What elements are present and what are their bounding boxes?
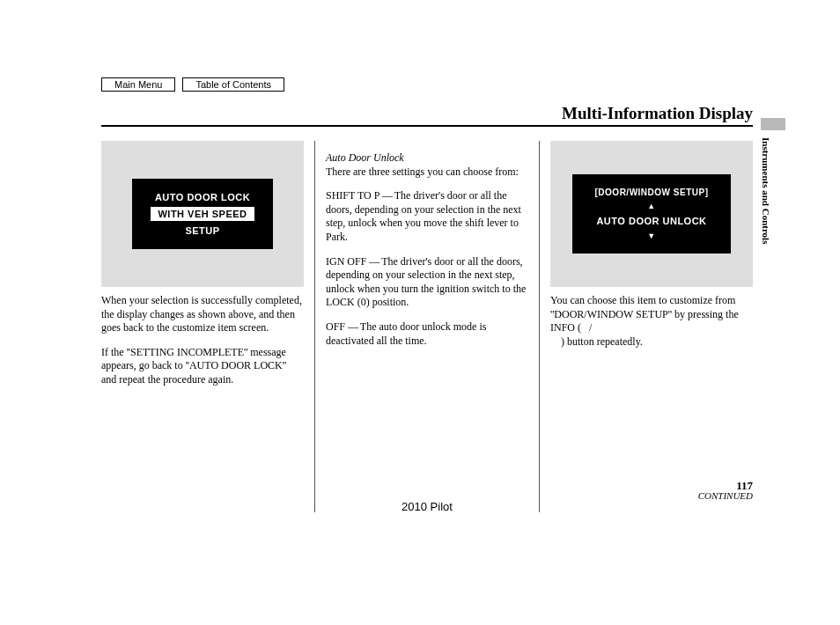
col2-para1: There are three settings you can choose …: [326, 165, 528, 180]
col3-p1b: /: [589, 321, 592, 334]
screen1-line1: AUTO DOOR LOCK: [132, 191, 273, 203]
up-arrow-icon: ▲: [572, 202, 731, 212]
col2-p3-label: IGN OFF: [326, 255, 366, 268]
col2-p2-label: SHIFT TO P: [326, 189, 379, 202]
side-section-label: Instruments and Controls: [761, 137, 771, 244]
col2-subhead: Auto Door Unlock: [326, 151, 528, 165]
screen1-line3: SETUP: [132, 224, 273, 237]
column-3: [DOOR/WINDOW SETUP] ▲ AUTO DOOR UNLOCK ▼…: [539, 141, 753, 512]
col2-para3: IGN OFF — The driver's door or all the d…: [326, 255, 528, 310]
display-panel-1: AUTO DOOR LOCK WITH VEH SPEED SETUP: [101, 141, 304, 287]
footer-model: 2010 Pilot: [101, 500, 753, 513]
dash-icon: —: [369, 255, 379, 268]
page-title: Multi-Information Display: [101, 104, 753, 123]
col3-p1a: You can choose this item to customize fr…: [550, 294, 739, 334]
dash-icon: —: [382, 189, 392, 202]
column-2: Auto Door Unlock There are three setting…: [314, 141, 539, 512]
col1-para1: When your selection is successfully comp…: [101, 294, 304, 335]
mid-screen-door-window: [DOOR/WINDOW SETUP] ▲ AUTO DOOR UNLOCK ▼: [572, 174, 731, 254]
page-content: Main Menu Table of Contents Multi-Inform…: [101, 77, 753, 512]
nav-buttons: Main Menu Table of Contents: [101, 77, 753, 92]
screen2-mid: AUTO DOOR UNLOCK: [572, 215, 731, 227]
screen1-line2-highlight: WITH VEH SPEED: [151, 207, 254, 221]
page-number: 117: [736, 479, 753, 493]
mid-screen-auto-door-lock: AUTO DOOR LOCK WITH VEH SPEED SETUP: [132, 179, 273, 250]
title-rule: [101, 125, 753, 127]
col2-p4-label: OFF: [326, 320, 345, 333]
col2-para2: SHIFT TO P — The driver's door or all th…: [326, 189, 528, 244]
col1-para2: If the ''SETTING INCOMPLETE'' message ap…: [101, 346, 304, 387]
display-panel-2: [DOOR/WINDOW SETUP] ▲ AUTO DOOR UNLOCK ▼: [550, 141, 753, 287]
col3-p1c: ) button repeatedly.: [561, 335, 643, 348]
dash-icon: —: [348, 320, 357, 333]
col2-para4: OFF — The auto door unlock mode is deact…: [326, 320, 528, 348]
toc-button[interactable]: Table of Contents: [182, 77, 284, 92]
screen2-top: [DOOR/WINDOW SETUP]: [572, 187, 731, 198]
main-menu-button[interactable]: Main Menu: [101, 77, 175, 92]
down-arrow-icon: ▼: [572, 232, 731, 242]
col3-para1: You can choose this item to customize fr…: [550, 294, 753, 349]
three-columns: AUTO DOOR LOCK WITH VEH SPEED SETUP When…: [101, 141, 753, 512]
side-tab: [761, 118, 785, 130]
column-1: AUTO DOOR LOCK WITH VEH SPEED SETUP When…: [101, 141, 314, 512]
